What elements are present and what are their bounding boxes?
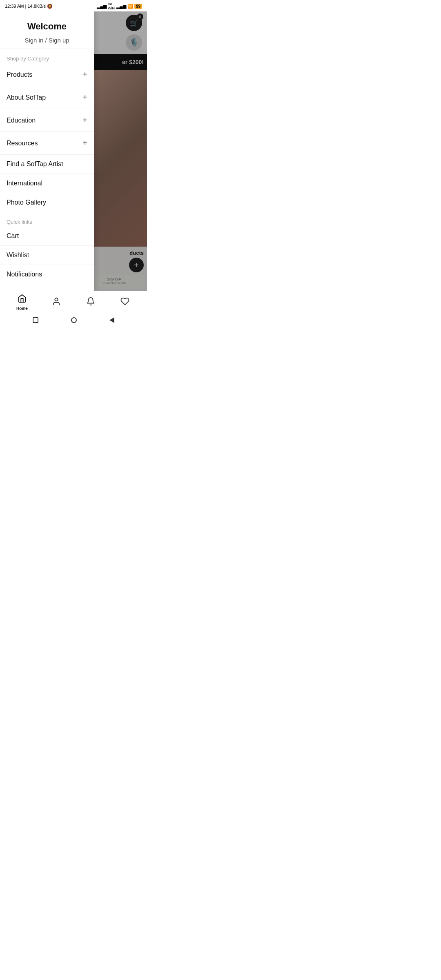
person-icon [52, 297, 61, 308]
navigation-drawer: Welcome Sign in / Sign up Shop by Catego… [0, 11, 94, 291]
wifi-signal-icon: ▂▄▆ [116, 4, 126, 9]
expand-icon-resources: + [82, 138, 87, 148]
nav-wishlist[interactable] [108, 297, 142, 308]
drawer-item-cart[interactable]: Cart [0, 227, 94, 246]
drawer-item-international[interactable]: International [0, 174, 94, 193]
android-square-button[interactable] [33, 317, 38, 323]
drawer-item-wishlist[interactable]: Wishlist [0, 246, 94, 265]
vo-wifi-label: VoWiFi [108, 2, 115, 10]
nav-account[interactable] [39, 297, 74, 308]
about-softap-label: About SofTap [7, 94, 46, 101]
drawer-item-photo-gallery[interactable]: Photo Gallery [0, 193, 94, 212]
status-right: ▂▄▆ VoWiFi ▂▄▆ 🛜 99 [97, 2, 142, 10]
shop-category-label: Shop by Category [0, 49, 94, 63]
resources-label: Resources [7, 140, 38, 147]
battery-level: 99 [134, 4, 142, 9]
status-left: 12:39 AM | 14.8KB/s 🔕 [5, 4, 53, 9]
drawer-item-notifications[interactable]: Notifications [0, 265, 94, 284]
drawer-item-find-artist[interactable]: Find a SofTap Artist [0, 155, 94, 174]
wifi-icon: 🛜 [127, 4, 133, 9]
quick-links-label: Quick links [0, 212, 94, 227]
status-bar: 12:39 AM | 14.8KB/s 🔕 ▂▄▆ VoWiFi ▂▄▆ 🛜 9… [0, 0, 147, 11]
expand-icon-education: + [82, 116, 87, 125]
drawer-header: Welcome Sign in / Sign up [0, 11, 94, 49]
drawer-item-education[interactable]: Education + [0, 109, 94, 132]
drawer-item-about-us[interactable]: About us [0, 284, 94, 291]
drawer-item-about-softap[interactable]: About SofTap + [0, 86, 94, 109]
android-back-button[interactable] [109, 317, 114, 323]
drawer-item-resources[interactable]: Resources + [0, 132, 94, 155]
android-home-button[interactable] [71, 317, 77, 323]
expand-icon-products: + [82, 70, 87, 79]
main-screen: 🛒 0 🎙️ er $200! ducts + SOFTAP. ional Ne… [0, 11, 147, 291]
products-label: Products [7, 71, 32, 78]
welcome-title: Welcome [7, 21, 87, 32]
time-display: 12:39 AM | 14.8KB/s [5, 4, 46, 9]
education-label: Education [7, 117, 36, 124]
signal-icon: ▂▄▆ [97, 4, 107, 9]
signin-link[interactable]: Sign in / Sign up [7, 37, 87, 44]
bottom-navigation: Home [0, 291, 147, 314]
android-nav-bar [0, 314, 147, 327]
drawer-overlay[interactable] [94, 11, 147, 291]
mute-icon: 🔕 [47, 4, 53, 9]
bell-icon [86, 297, 95, 308]
nav-home[interactable]: Home [5, 294, 39, 311]
nav-notifications[interactable] [74, 297, 108, 308]
home-label: Home [16, 306, 28, 311]
expand-icon-about: + [82, 93, 87, 102]
home-icon [18, 294, 27, 305]
drawer-item-products[interactable]: Products + [0, 63, 94, 86]
heart-icon [120, 297, 129, 308]
svg-point-0 [55, 298, 58, 301]
